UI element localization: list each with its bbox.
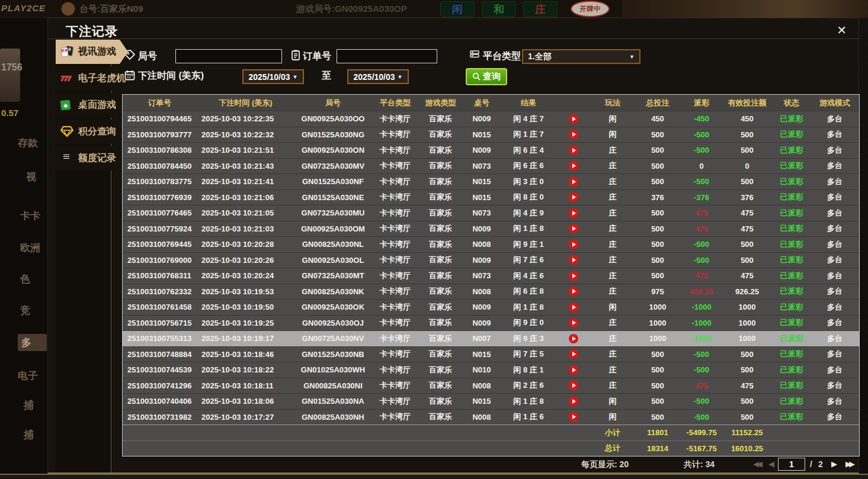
sidebar-item-slots[interactable]: 777 电子老虎机 bbox=[56, 66, 111, 91]
replay-play-icon[interactable] bbox=[569, 177, 578, 187]
cell-total-bet: 500 bbox=[634, 365, 681, 374]
sidebar-item-table-games[interactable]: ♣ 桌面游戏 bbox=[56, 93, 111, 117]
cell-game-type: 百家乐 bbox=[419, 145, 462, 156]
replay-play-icon[interactable] bbox=[569, 365, 578, 375]
cell-order-no: 251003100793777 bbox=[123, 130, 197, 139]
cell-game-mode: 多台 bbox=[811, 223, 859, 234]
document-icon bbox=[60, 152, 75, 165]
close-icon[interactable]: ✕ bbox=[837, 24, 847, 36]
replay-play-icon[interactable] bbox=[569, 412, 578, 422]
background-left-strip: 1756 0.57 存款 视 卡卡 欧洲 色 竞 多 电子 捕 捕 bbox=[0, 18, 47, 474]
cell-game-mode: 多台 bbox=[811, 286, 859, 297]
last-page-icon[interactable]: ▶▶ bbox=[845, 459, 853, 468]
cell-game-type: 百家乐 bbox=[419, 333, 462, 344]
replay-play-icon[interactable] bbox=[569, 397, 578, 406]
sidebar-item-live-games[interactable]: 9K♥ 视讯游戏 bbox=[56, 40, 128, 64]
first-page-icon[interactable]: ◀◀ bbox=[753, 459, 760, 468]
cell-platform: 卡卡湾厅 bbox=[371, 286, 419, 297]
cell-status: 已派彩 bbox=[773, 160, 811, 171]
search-icon bbox=[472, 72, 481, 81]
replay-play-icon[interactable] bbox=[569, 114, 578, 124]
cell-replay bbox=[556, 192, 591, 202]
cell-game-mode: 多台 bbox=[811, 114, 859, 124]
date-to-picker[interactable]: 2025/10/03 ▼ bbox=[347, 69, 409, 84]
cell-platform: 卡卡湾厅 bbox=[371, 365, 419, 375]
next-page-icon[interactable]: ▶ bbox=[831, 459, 835, 468]
prev-page-icon[interactable]: ◀ bbox=[768, 459, 772, 468]
cell-platform: 卡卡湾厅 bbox=[371, 223, 419, 234]
replay-play-icon[interactable] bbox=[569, 130, 578, 139]
cell-play-side: 庄 bbox=[591, 365, 634, 375]
cell-game-mode: 多台 bbox=[811, 396, 859, 407]
sidebar-item-quota-records[interactable]: 额度记录 bbox=[56, 146, 111, 171]
replay-play-icon[interactable] bbox=[569, 381, 578, 390]
replay-play-icon[interactable] bbox=[569, 349, 578, 359]
cell-total-bet: 500 bbox=[634, 271, 681, 280]
cell-order-no: 251003100740406 bbox=[123, 397, 197, 406]
cell-table-no: N015 bbox=[462, 193, 501, 202]
cell-valid-bet: 500 bbox=[722, 146, 773, 155]
cell-game-type: 百家乐 bbox=[419, 192, 462, 202]
replay-play-icon[interactable] bbox=[569, 303, 578, 312]
bet-zone-banker: 庄 bbox=[523, 1, 558, 17]
replay-play-icon[interactable] bbox=[569, 318, 578, 327]
cell-status: 已派彩 bbox=[773, 145, 811, 156]
header-cell: 状态 bbox=[773, 98, 811, 108]
page-number-input[interactable]: 1 bbox=[778, 458, 805, 471]
europe-fragment: 欧洲 bbox=[20, 241, 40, 255]
cell-bet-time: 2025-10-03 10:21:05 bbox=[197, 208, 294, 217]
chevron-down-icon: ▼ bbox=[629, 54, 635, 60]
round-no-input[interactable] bbox=[175, 49, 282, 63]
replay-play-icon[interactable] bbox=[569, 271, 578, 281]
cell-total-bet: 500 bbox=[634, 146, 681, 155]
color-fragment: 色 bbox=[20, 272, 30, 286]
order-no-input[interactable] bbox=[337, 49, 437, 63]
cell-game-mode: 多台 bbox=[811, 255, 859, 265]
pagination-bar: 每页显示: 20 共计: 34 ◀◀ ◀ 1 / 2 ▶ ▶▶ bbox=[48, 457, 860, 474]
cell-bet-time: 2025-10-03 10:20:26 bbox=[197, 256, 294, 265]
cell-valid-bet: 1000 bbox=[722, 303, 773, 311]
cell-round-no: GN00825A030NH bbox=[294, 413, 371, 422]
cell-total-bet: 1000 bbox=[634, 334, 681, 343]
cell-play-side: 闲 bbox=[591, 412, 634, 422]
cell-bet-time: 2025-10-03 10:18:46 bbox=[197, 350, 294, 359]
replay-play-icon[interactable] bbox=[569, 192, 578, 202]
search-button[interactable]: 查询 bbox=[466, 68, 507, 85]
cell-table-no: N009 bbox=[462, 224, 501, 233]
replay-play-icon[interactable] bbox=[569, 287, 578, 296]
sidebar-item-points[interactable]: 积分查询 bbox=[56, 120, 111, 144]
platform-type-label: 平台类型 bbox=[483, 50, 521, 63]
total-valid: 16010.25 bbox=[722, 444, 773, 453]
platform-type-select[interactable]: 1.全部 ▼ bbox=[522, 49, 640, 64]
replay-play-icon[interactable] bbox=[569, 334, 578, 343]
replay-play-icon[interactable] bbox=[569, 224, 578, 233]
brand-logo: PLAY2CE bbox=[1, 3, 46, 13]
cell-total-bet: 500 bbox=[634, 413, 681, 422]
date-from-picker[interactable]: 2025/10/03 ▼ bbox=[242, 69, 304, 84]
cell-total-bet: 500 bbox=[634, 208, 681, 217]
replay-play-icon[interactable] bbox=[569, 255, 578, 265]
cell-result: 闲 8 庄 1 bbox=[501, 365, 556, 375]
subtotal-payout: -5499.75 bbox=[681, 428, 722, 437]
total-payout: -5167.75 bbox=[681, 444, 722, 453]
replay-play-icon[interactable] bbox=[569, 208, 578, 218]
dealer-video-strip bbox=[622, 0, 868, 18]
table-row: 251003100775924 2025-10-03 10:21:03 GN00… bbox=[123, 221, 859, 237]
header-cell: 桌号 bbox=[462, 98, 501, 108]
cell-payout: 475 bbox=[681, 381, 722, 390]
replay-play-icon[interactable] bbox=[569, 240, 578, 249]
cell-valid-bet: 475 bbox=[722, 381, 773, 390]
cell-game-mode: 多台 bbox=[811, 192, 859, 202]
cell-play-side: 闲 bbox=[591, 302, 634, 313]
cell-play-side: 庄 bbox=[591, 208, 634, 218]
cell-platform: 卡卡湾厅 bbox=[371, 333, 419, 344]
cell-table-no: N008 bbox=[462, 240, 501, 249]
cell-payout: -500 bbox=[681, 413, 722, 422]
cell-result: 闲 4 庄 6 bbox=[501, 271, 556, 281]
cell-order-no: 251003100776465 bbox=[123, 208, 197, 217]
replay-play-icon[interactable] bbox=[569, 146, 578, 155]
video-fragment: 视 bbox=[26, 170, 36, 184]
cell-status: 已派彩 bbox=[773, 302, 811, 313]
cell-platform: 卡卡湾厅 bbox=[371, 192, 419, 202]
replay-play-icon[interactable] bbox=[569, 161, 578, 171]
